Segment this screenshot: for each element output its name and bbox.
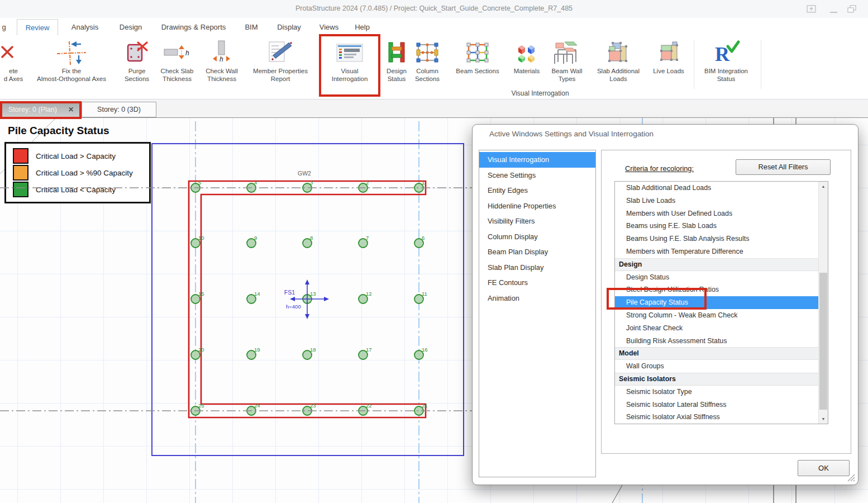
menu-tab-drawings-reports[interactable]: Drawings & Reports xyxy=(154,20,233,35)
legend-item: Critical Load > %90 Capacity xyxy=(13,164,149,181)
check-slab-icon: h xyxy=(155,38,199,67)
ribbon-button-bim-integration-status[interactable]: RBIM IntegrationStatus xyxy=(696,38,756,83)
ribbon-button-check-slab-thickness[interactable]: hCheck SlabThickness xyxy=(155,38,199,83)
criteria-item-seismic-isolator-axial-stiffness[interactable]: Seismic Isolator Axial Stiffness xyxy=(615,411,818,424)
legend-item: Critical Load < Capacity xyxy=(13,181,149,198)
ribbon-button-column-sections[interactable]: ColumnSections xyxy=(409,38,445,83)
pile-number: 6 xyxy=(422,235,425,241)
pile-number: 24 xyxy=(254,402,260,409)
criteria-item-slab-additional-dead-loads[interactable]: Slab Additional Dead Loads xyxy=(615,182,818,194)
ok-button[interactable]: OK xyxy=(798,460,850,476)
criteria-header-seismic-isolators: Seismic Isolators xyxy=(615,373,818,386)
criteria-item-slab-live-loads[interactable]: Slab Live Loads xyxy=(615,194,818,207)
ribbon-button-materials[interactable]: Materials xyxy=(507,38,547,75)
menu-tab-review[interactable]: Review xyxy=(17,19,58,35)
ribbon: Visual Interrogation eted AxesFix theAlm… xyxy=(0,35,868,99)
pile-number: 5 xyxy=(198,179,201,186)
storey-tab-storey-0-3d[interactable]: Storey: 0 (3D) xyxy=(82,102,156,117)
nav-item-fe-contours[interactable]: FE Contours xyxy=(479,275,595,291)
nav-item-visibility-filters[interactable]: Visibility Filters xyxy=(479,213,595,229)
dialog-title: Active Windows Settings and Visual Inter… xyxy=(489,130,654,138)
scrollbar-thumb[interactable] xyxy=(819,273,827,410)
nav-item-column-display[interactable]: Column Display xyxy=(479,229,595,245)
column-sections-icon xyxy=(409,38,445,67)
menu-tab-bim[interactable]: BIM xyxy=(237,20,265,35)
criteria-item-wall-groups[interactable]: Wall Groups xyxy=(615,360,818,373)
storey-tab-label: Storey: 0 (3D) xyxy=(97,106,141,113)
pile-number: 23 xyxy=(310,402,316,409)
ribbon-button-live-loads[interactable]: Live Loads xyxy=(646,38,691,75)
criteria-item-pile-capacity-status[interactable]: Pile Capacity Status xyxy=(615,296,818,309)
ribbon-button-beam-wall-types[interactable]: Beam WallTypes xyxy=(545,38,589,83)
reset-all-filters-button[interactable]: Reset All Filters xyxy=(736,159,831,175)
close-tab-icon[interactable]: ✕ xyxy=(68,106,74,113)
criteria-scrollbar[interactable]: ▲ ▼ xyxy=(818,182,828,424)
criteria-item-building-risk-assessment-status[interactable]: Building Risk Assessment Status xyxy=(615,335,818,348)
menu-tab-clipped[interactable]: g xyxy=(0,20,8,35)
criteria-item-beams-using-f-e-slab-loads[interactable]: Beams using F.E. Slab Loads xyxy=(615,220,818,232)
pile-number: 15 xyxy=(198,291,204,297)
protastructure-window: ProtaStructure 2024 (7.0.485) / Project:… xyxy=(0,0,868,503)
ribbon-button-member-properties-report[interactable]: Member PropertiesReport xyxy=(244,38,317,83)
storey-tab-row: Storey: 0 (Plan)✕Storey: 0 (3D) xyxy=(0,99,868,118)
ribbon-group-label: Visual Interrogation xyxy=(489,89,591,97)
criteria-item-beams-using-f-e-slab-analysis-results[interactable]: Beams Using F.E. Slab Analysis Results xyxy=(615,232,818,245)
criteria-item-members-with-user-defined-loads[interactable]: Members with User Defined Loads xyxy=(615,207,818,220)
nav-item-slab-plan-display[interactable]: Slab Plan Display xyxy=(479,260,595,276)
ribbon-button-design-status[interactable]: DesignStatus xyxy=(380,38,413,83)
ribbon-button-label: Beam WallTypes xyxy=(545,67,589,83)
resize-grip[interactable] xyxy=(847,473,856,482)
pile-number: 13 xyxy=(310,291,316,297)
pile-number: 25 xyxy=(198,402,204,409)
scroll-up-icon[interactable]: ▲ xyxy=(819,182,828,191)
foundation-height-label: h=400 xyxy=(286,303,301,310)
criteria-item-seismic-isolator-lateral-stiffness[interactable]: Seismic Isolator Lateral Stiffness xyxy=(615,398,818,411)
pile-number: 20 xyxy=(198,347,204,353)
legend-swatch xyxy=(13,148,28,164)
ribbon-button-visual-interrogation[interactable]: VisualInterrogation xyxy=(321,38,378,83)
ribbon-button-slab-additional-loads[interactable]: Slab AdditionalLoads xyxy=(589,38,647,83)
bim-integration-icon: R xyxy=(696,38,756,67)
purge-sections-icon xyxy=(117,38,157,67)
criteria-item-design-status[interactable]: Design Status xyxy=(615,271,818,284)
live-loads-icon xyxy=(646,38,691,67)
pile-number: 14 xyxy=(254,291,260,297)
minimize-icon[interactable] xyxy=(830,7,838,17)
nav-item-visual-interrogation[interactable]: Visual Interrogation xyxy=(479,152,595,168)
criteria-item-seismic-isolator-type[interactable]: Seismic Isolator Type xyxy=(615,386,818,398)
nav-item-animation[interactable]: Animation xyxy=(479,291,595,306)
ribbon-button-purge-sections[interactable]: PurgeSections xyxy=(117,38,157,83)
menu-tab-display[interactable]: Display xyxy=(269,20,309,35)
criteria-item-strong-column-weak-beam-check[interactable]: Strong Column - Weak Beam Check xyxy=(615,309,818,322)
pile-number: 4 xyxy=(254,179,257,186)
ribbon-button-check-wall-thickness[interactable]: hCheck WallThickness xyxy=(198,38,245,83)
menu-tab-views[interactable]: Views xyxy=(313,20,345,35)
pile-number: 2 xyxy=(366,179,369,186)
foundation-label: FS1 xyxy=(284,289,295,296)
ribbon-button-label: Fix theAlmost-Orthogonal Axes xyxy=(18,67,125,83)
criteria-item-members-with-temperature-difference[interactable]: Members with Temperature Difference xyxy=(615,245,818,258)
nav-item-entity-edges[interactable]: Entity Edges xyxy=(479,183,595,198)
legend-item: Critical Load > Capacity xyxy=(13,148,149,164)
ribbon-button-label: VisualInterrogation xyxy=(321,67,378,83)
settings-nav-list: Visual InterrogationScene SettingsEntity… xyxy=(479,150,596,477)
nav-item-hiddenline-properties[interactable]: Hiddenline Properties xyxy=(479,198,595,214)
menu-tab-analysis[interactable]: Analysis xyxy=(62,20,108,35)
ribbon-button-fix-the-almost-orthogonal-axes[interactable]: Fix theAlmost-Orthogonal Axes xyxy=(18,38,125,83)
scroll-down-icon[interactable]: ▼ xyxy=(819,414,828,424)
pile-number: 9 xyxy=(254,235,257,241)
ribbon-button-label: Member PropertiesReport xyxy=(244,67,317,83)
ribbon-button-beam-sections[interactable]: Beam Sections xyxy=(450,38,505,75)
menu-tab-help[interactable]: Help xyxy=(349,20,375,35)
criteria-item-joint-shear-check[interactable]: Joint Shear Check xyxy=(615,322,818,335)
ribbon-separator xyxy=(694,40,694,89)
nav-item-scene-settings[interactable]: Scene Settings xyxy=(479,168,595,183)
criteria-item-steel-design-utilization-ratios[interactable]: Steel Design Utilization Ratios xyxy=(615,283,818,296)
storey-tab-storey-0-plan[interactable]: Storey: 0 (Plan)✕ xyxy=(1,101,80,117)
menu-tab-design[interactable]: Design xyxy=(112,20,150,35)
float-window-icon[interactable] xyxy=(807,5,816,15)
criteria-header-model: Model xyxy=(615,347,818,360)
restore-icon[interactable] xyxy=(847,5,857,15)
ribbon-button-label: Beam Sections xyxy=(450,67,505,75)
nav-item-beam-plan-display[interactable]: Beam Plan Display xyxy=(479,244,595,260)
